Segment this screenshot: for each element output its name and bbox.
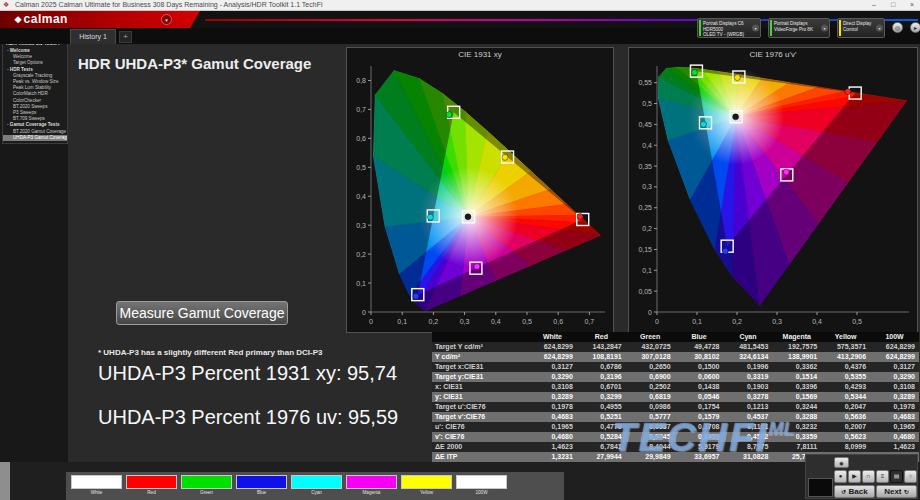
svg-text:0,05: 0,05 (638, 288, 652, 295)
meter-mode-button[interactable]: ◉ (834, 457, 849, 468)
table-row-label: Target x:CIE31 (432, 362, 528, 372)
table-row-label: Target Y cd/m² (432, 342, 528, 352)
table-cell: 0,4376 (821, 362, 870, 372)
table-cell: 624,8299 (870, 352, 919, 362)
meter-button-2[interactable]: ∩ (862, 470, 875, 483)
table-corner (432, 332, 528, 342)
calman-app-window: ❖ Calman 2025 Calman Ultimate for Busine… (0, 0, 920, 500)
meter-button-4[interactable]: ▤ (890, 470, 903, 483)
back-button[interactable]: ↺ Back (834, 485, 875, 498)
table-cell: 0,3289 (870, 392, 919, 402)
svg-text:0,5: 0,5 (852, 318, 862, 325)
meter-black-patch (808, 478, 833, 497)
table-cell: 8,0999 (821, 442, 870, 452)
patch-cyan[interactable]: Cyan (291, 475, 342, 497)
table-row-label: v': CIE76 (432, 432, 528, 442)
measured-point-green (691, 69, 697, 75)
table-cell: 1,3231 (528, 452, 577, 462)
chevron-down-icon[interactable]: ▾ (752, 25, 759, 32)
patch-magenta[interactable]: Magenta (346, 475, 397, 497)
sidebar-tree: WelcomeWelcomeTarget OptionsHDR TestsGra… (3, 48, 67, 141)
next-button[interactable]: Next ↻ (876, 485, 917, 498)
table-cell: 0,0937 (626, 422, 675, 432)
meter-button-5[interactable]: ○ (904, 470, 917, 483)
table-cell: 481,5453 (724, 342, 773, 352)
table-cell: 0,5251 (577, 412, 626, 422)
svg-text:0,1: 0,1 (397, 318, 407, 325)
table-cell: 0,2047 (821, 402, 870, 412)
table-cell: 0,4293 (821, 382, 870, 392)
table-cell: 0,4680 (870, 432, 919, 442)
patch-label: Green (181, 489, 232, 497)
device-button-direct-display-control[interactable]: Direct Display Control▾ (837, 18, 885, 38)
table-cell: 0,5355 (821, 372, 870, 382)
svg-text:0: 0 (648, 309, 652, 316)
patch-100w[interactable]: 100W (456, 475, 507, 497)
svg-text:0,5: 0,5 (356, 164, 366, 171)
device-button-portrait-displays-c6-hdr5000[interactable]: Portrait Displays C6 HDR5000OLED TV - (W… (697, 18, 761, 38)
svg-text:0,6: 0,6 (356, 135, 366, 142)
table-row-label: u': CIE76 (432, 422, 528, 432)
table-cell: 0,6786 (577, 362, 626, 372)
table-cell: 0,3288 (772, 412, 821, 422)
patch-white[interactable]: White (71, 475, 122, 497)
patch-swatch (236, 475, 287, 489)
patch-label: Red (126, 489, 177, 497)
coverage-result-1931: UHDA-P3 Percent 1931 xy: 95,74 (98, 362, 397, 385)
table-cell: 0,3299 (577, 392, 626, 402)
maximize-icon[interactable]: □ (888, 0, 898, 10)
table-cell: 0,3232 (772, 422, 821, 432)
meter-nav: ↺ Back Next ↻ (834, 485, 917, 498)
table-cell: 0,3278 (724, 392, 773, 402)
table-cell: 0,4955 (577, 402, 626, 412)
patch-red[interactable]: Red (126, 475, 177, 497)
svg-text:0,6: 0,6 (553, 318, 563, 325)
patch-label: Cyan (291, 489, 342, 497)
device-label: Portrait Displays VideoForge Pro 8K (774, 21, 820, 32)
sidebar-group-gamut-coverage-tests[interactable]: Gamut Coverage Tests (3, 122, 67, 128)
table-cell: 575,3571 (821, 342, 870, 352)
meter-button-3[interactable]: ≡ (876, 470, 889, 483)
table-cell: 0,1459 (675, 432, 724, 442)
sidebar-item-uhda-p3-gamut-coverage[interactable]: UHDA-P3 Gamut Coverage (3, 135, 67, 141)
table-cell: 0,3196 (577, 372, 626, 382)
table-cell: 1,4623 (528, 442, 577, 452)
chevron-down-icon[interactable]: ▾ (876, 25, 883, 32)
new-tab-button[interactable]: + (119, 31, 132, 43)
main-menu-button[interactable]: ▾ (161, 14, 172, 25)
test-patch-strip: WhiteRedGreenBlueCyanMagentaYellow100W (66, 472, 564, 500)
table-cell: 0,5777 (626, 412, 675, 422)
table-cell: 8,4044 (626, 442, 675, 452)
svg-text:0,5: 0,5 (642, 100, 652, 107)
meter-settings-button[interactable]: ◎ (892, 22, 903, 33)
meter-button-0[interactable]: ● (834, 470, 847, 483)
patch-swatch (346, 475, 397, 489)
measure-gamut-coverage-button[interactable]: Measure Gamut Coverage (116, 301, 288, 325)
measured-point-green (446, 112, 452, 118)
cie-1976-chart-panel: CIE 1976 u'v' 00,10,20,30,40,500,050,10,… (628, 47, 918, 333)
table-row-label: ΔE ITP (432, 452, 528, 462)
table-cell: 0,4770 (577, 422, 626, 432)
close-icon[interactable]: × (907, 0, 917, 10)
device-button-portrait-displays-videoforge-pro-8k[interactable]: Portrait Displays VideoForge Pro 8K▾ (768, 18, 830, 38)
chevron-down-icon[interactable]: ▾ (821, 25, 828, 32)
back-arrow-icon: ↺ (841, 489, 846, 495)
page-title: HDR UHDA-P3* Gamut Coverage (78, 55, 311, 72)
patch-green[interactable]: Green (181, 475, 232, 497)
svg-text:0,5: 0,5 (522, 318, 532, 325)
table-cell: 0,4537 (724, 412, 773, 422)
measured-point-magenta (474, 264, 480, 270)
patch-yellow[interactable]: Yellow (401, 475, 452, 497)
svg-text:0: 0 (655, 318, 659, 325)
table-row-label: y: CIE31 (432, 392, 528, 402)
svg-text:0,55: 0,55 (638, 79, 652, 86)
sidebar-item-bt-2020-gamut-coverage[interactable]: BT.2020 Gamut Coverage (3, 129, 67, 135)
table-cell: 0,3396 (772, 382, 821, 392)
cie-1931-chart-panel: CIE 1931 xy 00,10,20,30,40,50,60,700,10,… (346, 47, 614, 333)
minimize-icon[interactable]: – (869, 0, 879, 10)
meter-button-1[interactable]: ▶ (848, 470, 861, 483)
bottom-left-gripper (0, 462, 10, 500)
advance-button[interactable]: ▸ (910, 22, 920, 33)
patch-blue[interactable]: Blue (236, 475, 287, 497)
tab-history-1[interactable]: History 1 (70, 29, 116, 44)
